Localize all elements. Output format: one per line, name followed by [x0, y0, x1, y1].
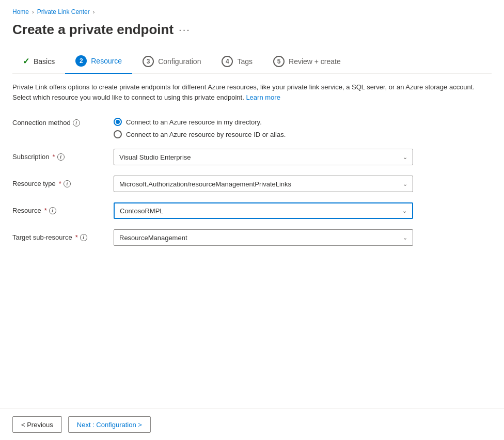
resource-type-row: Resource type * i Microsoft.Authorizatio…	[12, 176, 492, 192]
resource-type-select[interactable]: Microsoft.Authorization/resourceManageme…	[114, 176, 413, 192]
step-tags-label: Tags	[237, 57, 253, 66]
target-sub-resource-row: Target sub-resource * i ResourceManageme…	[12, 229, 492, 246]
radio-resource-id-input[interactable]	[114, 130, 122, 138]
step-resource-circle: 2	[75, 55, 87, 67]
wizard-steps: ✓ Basics 2 Resource 3 Configuration 4 Ta…	[12, 50, 492, 74]
step-basics-check: ✓	[23, 56, 29, 66]
page-menu-icon[interactable]: ···	[179, 24, 191, 36]
subscription-info-icon[interactable]: i	[57, 153, 65, 161]
step-review-label: Review + create	[289, 57, 341, 66]
step-review-circle: 5	[273, 56, 285, 67]
target-sub-resource-required: *	[75, 233, 78, 241]
target-sub-resource-control: ResourceManagement ⌄	[114, 229, 413, 246]
radio-directory[interactable]: Connect to an Azure resource in my direc…	[114, 118, 413, 126]
resource-info-icon[interactable]: i	[49, 207, 56, 214]
breadcrumb-sep-1: ›	[32, 9, 34, 15]
step-basics[interactable]: ✓ Basics	[12, 51, 65, 72]
resource-value: ContosoRMPL	[120, 207, 164, 215]
connection-method-row: Connection method i Connect to an Azure …	[12, 115, 492, 138]
subscription-label: Subscription * i	[12, 149, 105, 161]
page-title: Create a private endpoint	[12, 22, 174, 38]
page-title-row: Create a private endpoint ···	[12, 22, 492, 38]
previous-button[interactable]: < Previous	[12, 416, 62, 433]
radio-directory-label: Connect to an Azure resource in my direc…	[126, 118, 262, 126]
connection-method-label: Connection method i	[12, 115, 105, 127]
step-configuration-label: Configuration	[158, 57, 201, 66]
resource-type-chevron: ⌄	[403, 181, 407, 187]
target-sub-resource-chevron: ⌄	[403, 234, 407, 241]
subscription-control: Visual Studio Enterprise ⌄	[114, 149, 413, 165]
resource-type-control: Microsoft.Authorization/resourceManageme…	[114, 176, 413, 192]
resource-chevron: ⌄	[402, 208, 407, 214]
next-button[interactable]: Next : Configuration >	[68, 416, 151, 433]
resource-select[interactable]: ContosoRMPL ⌄	[114, 202, 413, 219]
target-sub-resource-info-icon[interactable]: i	[80, 234, 87, 241]
target-sub-resource-label: Target sub-resource * i	[12, 229, 105, 241]
step-resource[interactable]: 2 Resource	[65, 50, 132, 74]
radio-resource-id-label: Connect to an Azure resource by resource…	[126, 131, 286, 138]
subscription-chevron: ⌄	[403, 154, 407, 161]
connection-method-options: Connect to an Azure resource in my direc…	[114, 115, 413, 138]
step-configuration-circle: 3	[143, 56, 154, 67]
breadcrumb-private-link-center[interactable]: Private Link Center	[37, 8, 90, 15]
resource-type-info-icon[interactable]: i	[64, 180, 71, 187]
learn-more-link[interactable]: Learn more	[246, 93, 280, 101]
subscription-required: *	[53, 153, 55, 161]
resource-control: ContosoRMPL ⌄	[114, 202, 413, 219]
bottom-bar: < Previous Next : Configuration >	[0, 408, 504, 440]
resource-type-value: Microsoft.Authorization/resourceManageme…	[119, 180, 291, 188]
resource-required: *	[44, 207, 47, 214]
resource-label: Resource * i	[12, 202, 105, 214]
form-section: Connection method i Connect to an Azure …	[12, 115, 492, 246]
step-configuration[interactable]: 3 Configuration	[132, 51, 211, 73]
step-basics-label: Basics	[34, 57, 55, 66]
resource-type-label: Resource type * i	[12, 176, 105, 187]
breadcrumb-sep-2: ›	[93, 9, 95, 15]
radio-resource-id[interactable]: Connect to an Azure resource by resource…	[114, 130, 413, 138]
step-review[interactable]: 5 Review + create	[263, 51, 351, 73]
breadcrumb: Home › Private Link Center ›	[12, 8, 492, 15]
connection-method-info-icon[interactable]: i	[73, 119, 80, 127]
step-tags-circle: 4	[222, 56, 233, 67]
info-text: Private Link offers options to create pr…	[12, 82, 477, 102]
subscription-row: Subscription * i Visual Studio Enterpris…	[12, 149, 492, 165]
subscription-select[interactable]: Visual Studio Enterprise ⌄	[114, 149, 413, 165]
resource-type-required: *	[59, 180, 61, 187]
breadcrumb-home[interactable]: Home	[12, 8, 29, 15]
target-sub-resource-value: ResourceManagement	[119, 234, 187, 242]
step-tags[interactable]: 4 Tags	[211, 51, 263, 73]
resource-row: Resource * i ContosoRMPL ⌄	[12, 202, 492, 219]
radio-directory-input[interactable]	[114, 118, 122, 126]
target-sub-resource-select[interactable]: ResourceManagement ⌄	[114, 229, 413, 246]
subscription-value: Visual Studio Enterprise	[119, 153, 191, 161]
step-resource-label: Resource	[91, 57, 122, 65]
